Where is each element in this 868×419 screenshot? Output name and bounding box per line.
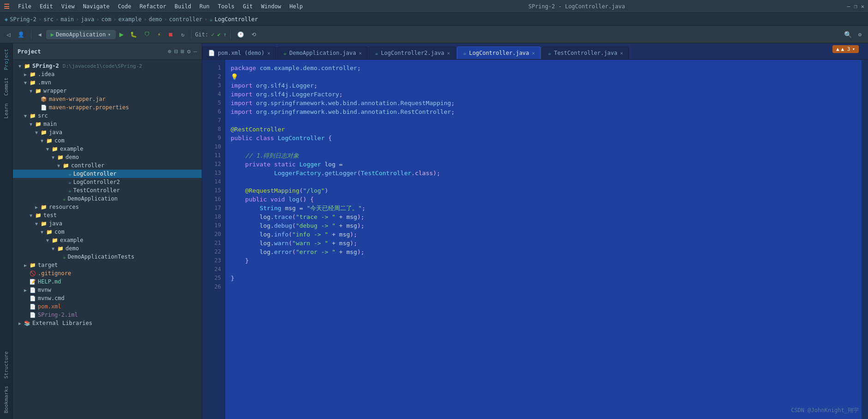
- tree-item-mvnw[interactable]: ▶ 📄 mvnw: [13, 286, 202, 294]
- tree-item-external-libs[interactable]: ▶ 📚 External Libraries: [13, 319, 202, 327]
- bc-controller[interactable]: controller: [169, 16, 202, 23]
- project-tab-btn[interactable]: Project: [1, 45, 11, 74]
- git-checkmark-icon[interactable]: ✓: [211, 31, 215, 38]
- tree-item-logcontroller[interactable]: ☕ LogController: [13, 170, 202, 178]
- tree-item-test-com[interactable]: ▼ 📁 com: [13, 228, 202, 236]
- tab-testcontroller[interactable]: ☕ TestController.java ✕: [542, 47, 629, 59]
- tree-item-demo[interactable]: ▼ 📁 demo: [13, 153, 202, 161]
- menu-edit[interactable]: Edit: [36, 2, 57, 11]
- tree-item-demoapplicationtests[interactable]: ☕ DemoApplicationTests: [13, 253, 202, 261]
- avatar-button[interactable]: 👤: [15, 30, 27, 39]
- menu-tools[interactable]: Tools: [214, 2, 238, 11]
- locate-file-icon[interactable]: ⊕: [168, 48, 172, 55]
- tree-item-example[interactable]: ▼ 📁 example: [13, 145, 202, 153]
- tree-item-pom[interactable]: 📄 pom.xml: [13, 302, 202, 311]
- close-button[interactable]: ✕: [861, 3, 864, 10]
- sync-button[interactable]: ↻: [178, 30, 187, 39]
- menu-window[interactable]: Window: [257, 2, 285, 11]
- menu-view[interactable]: View: [58, 2, 78, 11]
- tree-item-wrapper[interactable]: ▼ 📁 wrapper: [13, 87, 202, 95]
- tree-item-test-example[interactable]: ▼ 📁 example: [13, 236, 202, 244]
- tree-item-help[interactable]: 📝 HELP.md: [13, 277, 202, 286]
- stop-button[interactable]: ⏹: [165, 30, 176, 39]
- tree-item-maven-jar[interactable]: 📦 maven-wrapper.jar: [13, 95, 202, 103]
- tree-item-src[interactable]: ▼ 📁 src: [13, 112, 202, 120]
- expand-all-icon[interactable]: ⊞: [181, 48, 185, 55]
- tab-demo-close[interactable]: ✕: [359, 50, 362, 56]
- bc-java[interactable]: java: [81, 16, 94, 23]
- tree-item-logcontroller2[interactable]: ☕ LogController2: [13, 178, 202, 186]
- profile-button[interactable]: ⚡: [155, 30, 163, 39]
- tab-demoapplication[interactable]: ☕ DemoApplication.java ✕: [277, 47, 368, 59]
- collapse-all-icon[interactable]: ⊟: [174, 48, 178, 55]
- bc-example[interactable]: example: [118, 16, 142, 23]
- tree-item-gitignore[interactable]: 🚫 .gitignore: [13, 269, 202, 277]
- run-config-icon: ▶: [51, 31, 54, 38]
- run-button[interactable]: ▶: [118, 29, 126, 40]
- menu-file[interactable]: File: [14, 2, 35, 11]
- tree-item-idea[interactable]: ▶ 📁 .idea: [13, 70, 202, 78]
- bc-spring2[interactable]: SPring-2: [10, 16, 36, 23]
- search-everywhere-button[interactable]: 🔍: [842, 30, 854, 39]
- run-config-selector[interactable]: ▶ DemoApplication ▾: [46, 30, 116, 39]
- menu-help[interactable]: Help: [286, 2, 306, 11]
- tree-item-testcontroller[interactable]: ☕ TestController: [13, 186, 202, 195]
- commit-tab-btn[interactable]: Commit: [1, 74, 11, 100]
- warning-badge[interactable]: ▲ ▲ 3 ▾: [832, 45, 859, 53]
- menu-run[interactable]: Run: [196, 2, 213, 11]
- hide-panel-icon[interactable]: —: [193, 48, 197, 55]
- back-button[interactable]: ◁: [4, 30, 13, 40]
- tree-item-mvnw-cmd[interactable]: 📄 mvnw.cmd: [13, 294, 202, 302]
- bc-com[interactable]: com: [101, 16, 111, 23]
- tab-lc2-close[interactable]: ✕: [447, 50, 450, 56]
- settings-button[interactable]: ⚙: [856, 30, 864, 39]
- menu-build[interactable]: Build: [171, 2, 195, 11]
- bc-src[interactable]: src: [43, 16, 54, 23]
- panel-settings-icon[interactable]: ⚙: [187, 48, 191, 55]
- structure-tab-btn[interactable]: Structure: [1, 348, 11, 383]
- tree-item-test-java[interactable]: ▼ 📁 java: [13, 219, 202, 228]
- tree-item-target[interactable]: ▶ 📁 target: [13, 261, 202, 269]
- tree-item-demoapplication[interactable]: ☕ DemoApplication: [13, 195, 202, 203]
- bc-logcontroller[interactable]: ☕ LogController: [210, 16, 258, 23]
- git-push-icon[interactable]: ↑: [223, 31, 227, 38]
- menu-code[interactable]: Code: [114, 2, 135, 11]
- tree-item-maven-props[interactable]: 📄 maven-wrapper.properties: [13, 103, 202, 112]
- tab-pom-close[interactable]: ✕: [267, 50, 270, 56]
- tree-label-wrapper: wrapper: [43, 88, 67, 94]
- git-checkmark2-icon[interactable]: ✔: [217, 31, 221, 38]
- debug-button[interactable]: 🐛: [127, 30, 140, 39]
- project-title: Project: [18, 48, 164, 55]
- menu-git[interactable]: Git: [239, 2, 257, 11]
- right-scrollbar[interactable]: [862, 60, 868, 419]
- minimize-button[interactable]: —: [847, 3, 850, 10]
- tab-logcontroller2[interactable]: ☕ LogController2.java ✕: [369, 47, 456, 59]
- coverage-button[interactable]: ⛉: [142, 30, 153, 39]
- tree-item-com[interactable]: ▼ 📁 com: [13, 136, 202, 145]
- tree-item-iml[interactable]: 📄 SPring-2.iml: [13, 311, 202, 319]
- tree-item-mvn[interactable]: ▼ 📁 .mvn: [13, 78, 202, 87]
- clock-icon[interactable]: 🕐: [234, 30, 247, 39]
- tree-item-test[interactable]: ▼ 📁 test: [13, 211, 202, 219]
- maximize-button[interactable]: ❐: [854, 3, 857, 10]
- learn-tab-btn[interactable]: Learn: [1, 100, 11, 122]
- navigate-back-button[interactable]: ◀: [35, 30, 44, 39]
- tab-logcontroller[interactable]: ☕ LogController.java ✕: [457, 47, 541, 59]
- menu-refactor[interactable]: Refactor: [136, 2, 170, 11]
- tab-tc-close[interactable]: ✕: [620, 50, 623, 56]
- tab-pom-xml[interactable]: 📄 pom.xml (demo) ✕: [202, 47, 276, 59]
- tree-item-controller[interactable]: ▼ 📁 controller: [13, 161, 202, 170]
- tree-item-root[interactable]: ▼ 📁 SPring-2 D:\javacode1\code\SPring-2: [13, 62, 202, 70]
- code-editor[interactable]: package com.example.demo.controller; 💡 i…: [225, 60, 862, 419]
- tree-item-java[interactable]: ▼ 📁 java: [13, 128, 202, 136]
- tree-item-main[interactable]: ▼ 📁 main: [13, 120, 202, 128]
- menu-navigate[interactable]: Navigate: [79, 2, 114, 11]
- bookmarks-tab-btn[interactable]: Bookmarks: [1, 382, 11, 417]
- tree-item-resources[interactable]: ▶ 📁 resources: [13, 203, 202, 211]
- tree-item-test-demo[interactable]: ▼ 📁 demo: [13, 244, 202, 253]
- bc-demo[interactable]: demo: [149, 16, 162, 23]
- tab-lc-close[interactable]: ✕: [532, 50, 535, 56]
- bc-main[interactable]: main: [60, 16, 74, 23]
- refresh-icon[interactable]: ⟲: [249, 30, 259, 39]
- test-folder-icon: 📁: [35, 212, 42, 218]
